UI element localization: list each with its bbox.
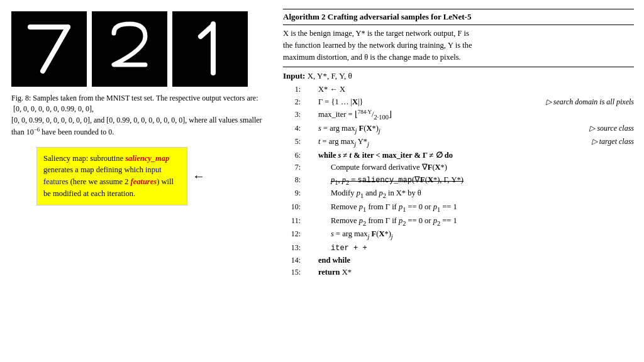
tooltip-text-before: Saliency map: subroutine (43, 154, 125, 163)
line-num-4: 4: (283, 123, 301, 134)
digit-2-image (92, 11, 167, 87)
svg-rect-3 (98, 18, 161, 80)
left-panel: Fig. 8: Samples taken from the MNIST tes… (0, 0, 277, 362)
line-num-9: 9: (283, 187, 301, 199)
line-content-10: Remove p1 from Γ if p1 == 0 or p1 == 1 (306, 201, 634, 215)
algo-title-text: Algorithm 2 Crafting adversarial samples… (283, 12, 471, 21)
algorithm-lines: 1: X* ← X 2: Γ = {1 … |X|} ▷ search doma… (283, 84, 634, 278)
line-content-3: max_iter = ⌊784·Υ/2·100⌋ (306, 108, 634, 123)
algo-line-8: 8: p1, p2 = saliency_map(∇F(X*), Γ, Y*) (283, 174, 634, 188)
algo-line-3: 3: max_iter = ⌊784·Υ/2·100⌋ (283, 108, 634, 123)
algo-line-14: 14: end while (283, 255, 634, 266)
line-content-14: end while (306, 255, 634, 266)
line-num-2: 2: (283, 96, 301, 108)
digit-7-image (11, 11, 87, 87)
algo-line-15: 15: return X* (283, 266, 634, 278)
tooltip-red-text: features (130, 177, 157, 186)
figure-caption: Fig. 8: Samples taken from the MNIST tes… (11, 93, 265, 138)
algo-line-12: 12: s = arg maxj F(X*)j (283, 228, 634, 242)
line-num-10: 10: (283, 201, 301, 213)
tooltip-box: Saliency map: subroutine saliency_map ge… (36, 147, 187, 206)
line-comment-5: ▷ target class (586, 136, 634, 148)
line-content-6: while s ≠ t & iter < max_iter & Γ ≠ ∅ do (306, 150, 634, 162)
line-num-12: 12: (283, 228, 301, 240)
line-content-11: Remove p2 from Γ if p2 == 0 or p2 == 1 (306, 215, 634, 229)
line-num-6: 6: (283, 150, 301, 162)
algo-line-7: 7: Compute forward derivative ∇F(X*) (283, 162, 634, 173)
line-num-5: 5: (283, 136, 301, 148)
line-content-8: p1, p2 = saliency_map(∇F(X*), Γ, Y*) (306, 174, 634, 188)
algo-line-11: 11: Remove p2 from Γ if p2 == 0 or p2 ==… (283, 215, 634, 229)
input-vars: X, Y*, F, Υ, θ (305, 71, 352, 80)
algo-line-1: 1: X* ← X (283, 84, 634, 96)
line-content-5: t = arg maxj Y*j (306, 136, 586, 150)
line-comment-2: ▷ search domain is all pixels (540, 96, 634, 108)
algo-line-9: 9: Modify p1 and p2 in X* by θ (283, 187, 634, 201)
line-num-8: 8: (283, 174, 301, 186)
line-comment-4: ▷ source class (583, 123, 634, 134)
right-panel: Algorithm 2 Crafting adversarial samples… (277, 0, 644, 362)
line-content-13: iter + + (306, 243, 634, 255)
algorithm-input: Input: X, Y*, F, Υ, θ (283, 71, 634, 81)
line-content-2: Γ = {1 … |X|} (306, 96, 540, 108)
mnist-images (11, 11, 265, 87)
tooltip-text-after: (here we assume 2 (69, 177, 131, 186)
tooltip-text-middle: generates a map defining which (43, 165, 145, 174)
algo-line-13: 13: iter + + (283, 242, 634, 255)
algorithm-description: X is the benign image, Y* is the target … (283, 28, 634, 67)
line-content-15: return X* (306, 266, 634, 278)
algo-desc-line1: X is the benign image, Y* is the target … (283, 29, 469, 38)
tooltip-italic-text: saliency_map (125, 154, 169, 163)
line-num-3: 3: (283, 109, 301, 121)
arrow-indicator: ← (192, 169, 205, 184)
algo-line-4: 4: s = arg maxj F(X*)j ▷ source class (283, 123, 634, 136)
line-content-12: s = arg maxj F(X*)j (306, 228, 634, 242)
input-label: Input: (283, 71, 305, 80)
line-num-11: 11: (283, 215, 301, 227)
line-content-4: s = arg maxj F(X*)j (306, 123, 583, 136)
line-num-1: 1: (283, 84, 301, 96)
algo-desc-line3: maximum distortion, and θ is the change … (283, 53, 461, 62)
line-num-15: 15: (283, 266, 301, 278)
line-content-7: Compute forward derivative ∇F(X*) (306, 162, 634, 173)
algorithm-title: Algorithm 2 Crafting adversarial samples… (283, 9, 634, 25)
algo-line-10: 10: Remove p1 from Γ if p1 == 0 or p1 ==… (283, 201, 634, 215)
line-content-9: Modify p1 and p2 in X* by θ (306, 187, 634, 201)
line-num-14: 14: (283, 255, 301, 266)
algo-desc-line2: the function learned by the network duri… (283, 41, 472, 50)
algo-line-5: 5: t = arg maxj Y*j ▷ target class (283, 136, 634, 150)
line-content-1: X* ← X (306, 84, 634, 96)
line-num-13: 13: (283, 242, 301, 254)
algo-line-6: 6: while s ≠ t & iter < max_iter & Γ ≠ ∅… (283, 150, 634, 162)
caption-text: Fig. 8: Samples taken from the MNIST tes… (11, 94, 262, 136)
algo-line-2: 2: Γ = {1 … |X|} ▷ search domain is all … (283, 96, 634, 108)
line-num-7: 7: (283, 162, 301, 173)
digit-1-image (172, 11, 248, 87)
